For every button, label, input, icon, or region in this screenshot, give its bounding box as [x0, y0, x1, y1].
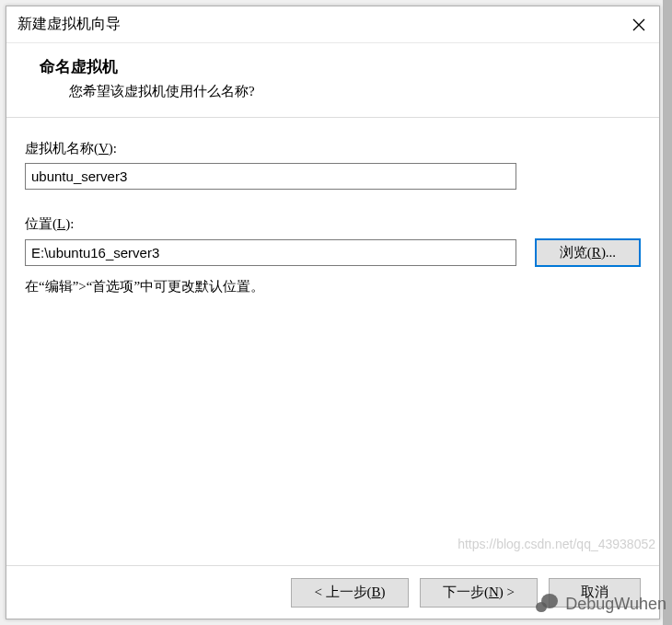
default-location-hint: 在“编辑”>“首选项”中可更改默认位置。 — [25, 278, 641, 295]
wizard-header: 命名虚拟机 您希望该虚拟机使用什么名称? — [6, 43, 659, 118]
page-subtitle: 您希望该虚拟机使用什么名称? — [40, 83, 626, 100]
page-title: 命名虚拟机 — [40, 56, 626, 77]
wizard-dialog: 新建虚拟机向导 命名虚拟机 您希望该虚拟机使用什么名称? 虚拟机名称(V): 位… — [6, 6, 660, 619]
vm-name-label: 虚拟机名称(V): — [25, 140, 641, 157]
title-bar: 新建虚拟机向导 — [6, 6, 659, 43]
footer-buttons: < 上一步(B) 下一步(N) > 取消 — [6, 565, 659, 619]
location-input[interactable] — [25, 239, 516, 266]
browse-button[interactable]: 浏览(R)... — [535, 238, 641, 267]
cancel-button[interactable]: 取消 — [549, 578, 641, 608]
next-button[interactable]: 下一步(N) > — [420, 578, 538, 608]
location-label: 位置(L): — [25, 215, 641, 233]
content-area: 虚拟机名称(V): 位置(L): 浏览(R)... 在“编辑”>“首选项”中可更… — [6, 118, 659, 565]
window-title: 新建虚拟机向导 — [17, 15, 121, 34]
outer-frame-edge — [663, 0, 672, 625]
vm-name-input[interactable] — [25, 163, 516, 190]
back-button[interactable]: < 上一步(B) — [291, 578, 409, 608]
close-icon[interactable] — [626, 12, 652, 38]
